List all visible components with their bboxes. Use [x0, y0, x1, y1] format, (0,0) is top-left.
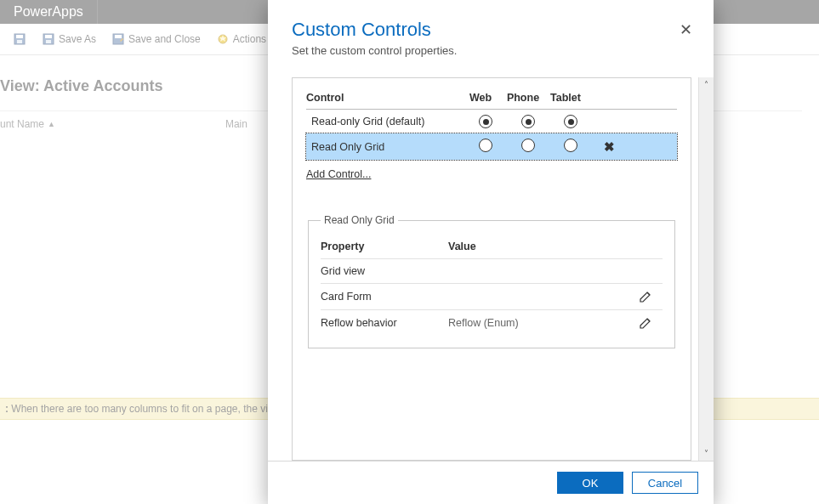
property-row: Grid view	[321, 259, 663, 284]
control-name: Read-only Grid (default)	[311, 116, 464, 127]
web-radio[interactable]	[479, 139, 492, 152]
ok-button[interactable]: OK	[557, 472, 623, 494]
web-radio[interactable]	[479, 115, 492, 128]
scroll-down-icon[interactable]: ˅	[699, 446, 714, 461]
control-row[interactable]: Read-only Grid (default)	[306, 110, 677, 133]
custom-controls-dialog: Custom Controls Set the custom control p…	[268, 0, 714, 504]
property-name: Card Form	[321, 291, 448, 303]
phone-radio[interactable]	[521, 115, 535, 128]
dialog-title: Custom Controls	[292, 19, 690, 41]
property-value: Reflow (Enum)	[448, 317, 639, 329]
dialog-scrollbar[interactable]: ˄ ˅	[698, 77, 714, 461]
dialog-footer: OK Cancel	[268, 461, 714, 504]
controls-table-header: Control Web Phone Tablet	[306, 88, 677, 110]
add-control-link[interactable]: Add Control...	[306, 168, 371, 180]
tablet-radio[interactable]	[564, 115, 577, 128]
property-name: Reflow behavior	[321, 317, 448, 329]
pencil-icon	[639, 316, 652, 330]
fieldset-legend: Read Only Grid	[321, 214, 398, 226]
control-row[interactable]: Read Only Grid✖	[306, 133, 677, 160]
dialog-close-button[interactable]: ✕	[674, 19, 697, 41]
phone-radio[interactable]	[521, 139, 535, 152]
control-name: Read Only Grid	[311, 141, 464, 153]
cancel-button[interactable]: Cancel	[632, 472, 698, 494]
property-name: Grid view	[321, 265, 448, 277]
control-properties-group: Read Only Grid Property Value Grid viewC…	[308, 214, 675, 348]
pencil-icon	[639, 290, 652, 303]
edit-property-button[interactable]	[639, 316, 652, 330]
scroll-up-icon[interactable]: ˄	[699, 77, 714, 92]
property-row: Reflow behaviorReflow (Enum)	[321, 310, 663, 336]
tablet-radio[interactable]	[564, 139, 577, 152]
dialog-subtitle: Set the custom control properties.	[292, 44, 690, 57]
remove-control-button[interactable]: ✖	[592, 139, 626, 155]
edit-property-button[interactable]	[639, 290, 652, 303]
close-icon: ✕	[680, 20, 692, 39]
property-row: Card Form	[321, 284, 663, 310]
